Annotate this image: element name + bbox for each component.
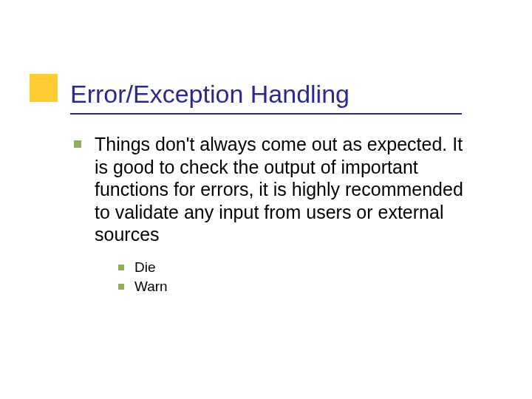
bullet-level1: Things don't always come out as expected… [74, 133, 480, 246]
sub-bullet-text: Warn [134, 279, 168, 295]
title-block: Error/Exception Handling [70, 80, 488, 115]
square-bullet-icon [118, 284, 124, 290]
title-underline [70, 113, 462, 115]
sub-bullet-text: Die [134, 259, 156, 276]
bullet-text: Things don't always come out as expected… [95, 133, 480, 246]
sub-bullet-list: Die Warn [118, 259, 480, 295]
bullet-level2: Die [118, 259, 480, 276]
square-bullet-icon [74, 140, 81, 148]
bullet-level2: Warn [118, 279, 480, 295]
slide-title: Error/Exception Handling [70, 80, 488, 113]
square-bullet-icon [118, 265, 124, 270]
accent-square [30, 74, 58, 102]
body-content: Things don't always come out as expected… [74, 133, 480, 298]
